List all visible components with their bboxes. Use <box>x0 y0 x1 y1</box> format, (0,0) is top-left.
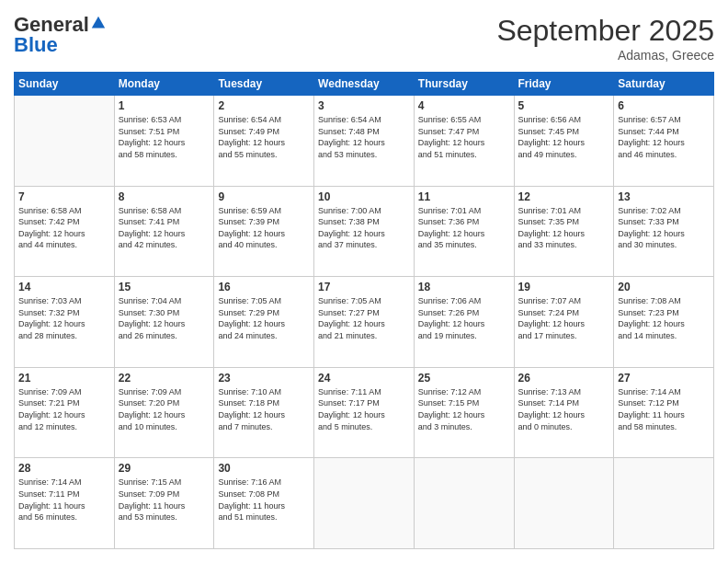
calendar-cell: 7Sunrise: 6:58 AM Sunset: 7:42 PM Daylig… <box>15 186 115 277</box>
calendar-cell <box>414 458 514 549</box>
day-info: Sunrise: 6:53 AM Sunset: 7:51 PM Dayligh… <box>119 114 210 160</box>
day-info: Sunrise: 7:15 AM Sunset: 7:09 PM Dayligh… <box>119 477 210 523</box>
calendar-cell: 21Sunrise: 7:09 AM Sunset: 7:21 PM Dayli… <box>15 367 115 458</box>
day-number: 22 <box>119 372 210 385</box>
day-number: 13 <box>618 190 710 203</box>
calendar-cell: 18Sunrise: 7:06 AM Sunset: 7:26 PM Dayli… <box>414 277 514 368</box>
day-info: Sunrise: 7:01 AM Sunset: 7:35 PM Dayligh… <box>518 205 610 251</box>
day-number: 28 <box>18 462 110 475</box>
day-info: Sunrise: 7:03 AM Sunset: 7:32 PM Dayligh… <box>18 295 110 341</box>
calendar-header-row: SundayMondayTuesdayWednesdayThursdayFrid… <box>15 73 714 96</box>
calendar-table: SundayMondayTuesdayWednesdayThursdayFrid… <box>14 72 714 549</box>
logo-icon <box>90 15 107 31</box>
calendar-header-saturday: Saturday <box>614 73 714 96</box>
title-block: September 2025 Adamas, Greece <box>496 14 714 63</box>
calendar-cell: 17Sunrise: 7:05 AM Sunset: 7:27 PM Dayli… <box>314 277 415 368</box>
calendar-cell: 24Sunrise: 7:11 AM Sunset: 7:17 PM Dayli… <box>314 367 415 458</box>
day-info: Sunrise: 7:02 AM Sunset: 7:33 PM Dayligh… <box>618 205 710 251</box>
calendar-week-row: 1Sunrise: 6:53 AM Sunset: 7:51 PM Daylig… <box>15 96 714 187</box>
calendar-cell: 5Sunrise: 6:56 AM Sunset: 7:45 PM Daylig… <box>514 96 614 187</box>
day-number: 23 <box>218 372 310 385</box>
day-info: Sunrise: 7:07 AM Sunset: 7:24 PM Dayligh… <box>518 295 610 341</box>
day-info: Sunrise: 6:55 AM Sunset: 7:47 PM Dayligh… <box>418 114 510 160</box>
day-info: Sunrise: 7:09 AM Sunset: 7:21 PM Dayligh… <box>18 386 110 432</box>
calendar-cell: 1Sunrise: 6:53 AM Sunset: 7:51 PM Daylig… <box>114 96 214 187</box>
calendar-cell: 30Sunrise: 7:16 AM Sunset: 7:08 PM Dayli… <box>214 458 314 549</box>
location: Adamas, Greece <box>496 48 714 63</box>
calendar-cell: 23Sunrise: 7:10 AM Sunset: 7:18 PM Dayli… <box>214 367 314 458</box>
calendar-cell <box>614 458 714 549</box>
calendar-week-row: 7Sunrise: 6:58 AM Sunset: 7:42 PM Daylig… <box>15 186 714 277</box>
calendar-cell: 11Sunrise: 7:01 AM Sunset: 7:36 PM Dayli… <box>414 186 514 277</box>
day-info: Sunrise: 7:14 AM Sunset: 7:11 PM Dayligh… <box>18 477 110 523</box>
calendar-week-row: 28Sunrise: 7:14 AM Sunset: 7:11 PM Dayli… <box>15 458 714 549</box>
calendar-week-row: 14Sunrise: 7:03 AM Sunset: 7:32 PM Dayli… <box>15 277 714 368</box>
day-number: 19 <box>518 281 610 293</box>
day-number: 30 <box>218 462 310 475</box>
day-number: 24 <box>318 372 410 385</box>
month-title: September 2025 <box>496 14 714 48</box>
calendar-cell: 4Sunrise: 6:55 AM Sunset: 7:47 PM Daylig… <box>414 96 514 187</box>
day-info: Sunrise: 7:16 AM Sunset: 7:08 PM Dayligh… <box>218 477 310 523</box>
calendar-cell: 6Sunrise: 6:57 AM Sunset: 7:44 PM Daylig… <box>614 96 714 187</box>
day-number: 6 <box>618 99 710 112</box>
day-info: Sunrise: 7:14 AM Sunset: 7:12 PM Dayligh… <box>618 386 710 432</box>
calendar-cell: 15Sunrise: 7:04 AM Sunset: 7:30 PM Dayli… <box>114 277 214 368</box>
day-info: Sunrise: 7:01 AM Sunset: 7:36 PM Dayligh… <box>418 205 510 251</box>
header: General Blue September 2025 Adamas, Gree… <box>14 14 714 63</box>
day-number: 16 <box>218 281 310 293</box>
day-number: 10 <box>318 190 410 203</box>
calendar-cell: 27Sunrise: 7:14 AM Sunset: 7:12 PM Dayli… <box>614 367 714 458</box>
day-number: 18 <box>418 281 510 293</box>
day-info: Sunrise: 6:54 AM Sunset: 7:48 PM Dayligh… <box>318 114 410 160</box>
logo-blue: Blue <box>14 34 58 56</box>
day-number: 25 <box>418 372 510 385</box>
day-info: Sunrise: 7:05 AM Sunset: 7:27 PM Dayligh… <box>318 295 410 341</box>
calendar-cell: 20Sunrise: 7:08 AM Sunset: 7:23 PM Dayli… <box>614 277 714 368</box>
day-info: Sunrise: 6:57 AM Sunset: 7:44 PM Dayligh… <box>618 114 710 160</box>
day-info: Sunrise: 7:05 AM Sunset: 7:29 PM Dayligh… <box>218 295 310 341</box>
calendar-cell: 8Sunrise: 6:58 AM Sunset: 7:41 PM Daylig… <box>114 186 214 277</box>
day-info: Sunrise: 6:59 AM Sunset: 7:39 PM Dayligh… <box>218 205 310 251</box>
day-info: Sunrise: 7:11 AM Sunset: 7:17 PM Dayligh… <box>318 386 410 432</box>
calendar-cell: 25Sunrise: 7:12 AM Sunset: 7:15 PM Dayli… <box>414 367 514 458</box>
calendar-cell: 22Sunrise: 7:09 AM Sunset: 7:20 PM Dayli… <box>114 367 214 458</box>
day-number: 3 <box>318 99 410 112</box>
calendar-header-thursday: Thursday <box>414 73 514 96</box>
day-number: 7 <box>18 190 110 203</box>
calendar-header-wednesday: Wednesday <box>314 73 415 96</box>
day-number: 17 <box>318 281 410 293</box>
day-number: 1 <box>119 99 210 112</box>
calendar-cell <box>514 458 614 549</box>
logo: General Blue <box>14 14 107 56</box>
day-number: 11 <box>418 190 510 203</box>
calendar-cell: 29Sunrise: 7:15 AM Sunset: 7:09 PM Dayli… <box>114 458 214 549</box>
calendar-cell: 12Sunrise: 7:01 AM Sunset: 7:35 PM Dayli… <box>514 186 614 277</box>
calendar-cell: 9Sunrise: 6:59 AM Sunset: 7:39 PM Daylig… <box>214 186 314 277</box>
day-info: Sunrise: 6:54 AM Sunset: 7:49 PM Dayligh… <box>218 114 310 160</box>
day-info: Sunrise: 7:04 AM Sunset: 7:30 PM Dayligh… <box>119 295 210 341</box>
day-number: 9 <box>218 190 310 203</box>
day-info: Sunrise: 6:58 AM Sunset: 7:42 PM Dayligh… <box>18 205 110 251</box>
calendar-week-row: 21Sunrise: 7:09 AM Sunset: 7:21 PM Dayli… <box>15 367 714 458</box>
calendar-cell: 16Sunrise: 7:05 AM Sunset: 7:29 PM Dayli… <box>214 277 314 368</box>
day-number: 12 <box>518 190 610 203</box>
day-info: Sunrise: 6:56 AM Sunset: 7:45 PM Dayligh… <box>518 114 610 160</box>
calendar-header-sunday: Sunday <box>15 73 115 96</box>
page: General Blue September 2025 Adamas, Gree… <box>0 0 728 563</box>
calendar-cell: 13Sunrise: 7:02 AM Sunset: 7:33 PM Dayli… <box>614 186 714 277</box>
day-info: Sunrise: 7:08 AM Sunset: 7:23 PM Dayligh… <box>618 295 710 341</box>
day-number: 26 <box>518 372 610 385</box>
day-number: 29 <box>119 462 210 475</box>
day-info: Sunrise: 7:06 AM Sunset: 7:26 PM Dayligh… <box>418 295 510 341</box>
day-number: 2 <box>218 99 310 112</box>
calendar-cell: 19Sunrise: 7:07 AM Sunset: 7:24 PM Dayli… <box>514 277 614 368</box>
calendar-header-tuesday: Tuesday <box>214 73 314 96</box>
day-info: Sunrise: 7:09 AM Sunset: 7:20 PM Dayligh… <box>119 386 210 432</box>
day-number: 5 <box>518 99 610 112</box>
day-info: Sunrise: 7:12 AM Sunset: 7:15 PM Dayligh… <box>418 386 510 432</box>
calendar-cell: 26Sunrise: 7:13 AM Sunset: 7:14 PM Dayli… <box>514 367 614 458</box>
calendar-cell: 10Sunrise: 7:00 AM Sunset: 7:38 PM Dayli… <box>314 186 415 277</box>
calendar-cell: 28Sunrise: 7:14 AM Sunset: 7:11 PM Dayli… <box>15 458 115 549</box>
day-number: 27 <box>618 372 710 385</box>
